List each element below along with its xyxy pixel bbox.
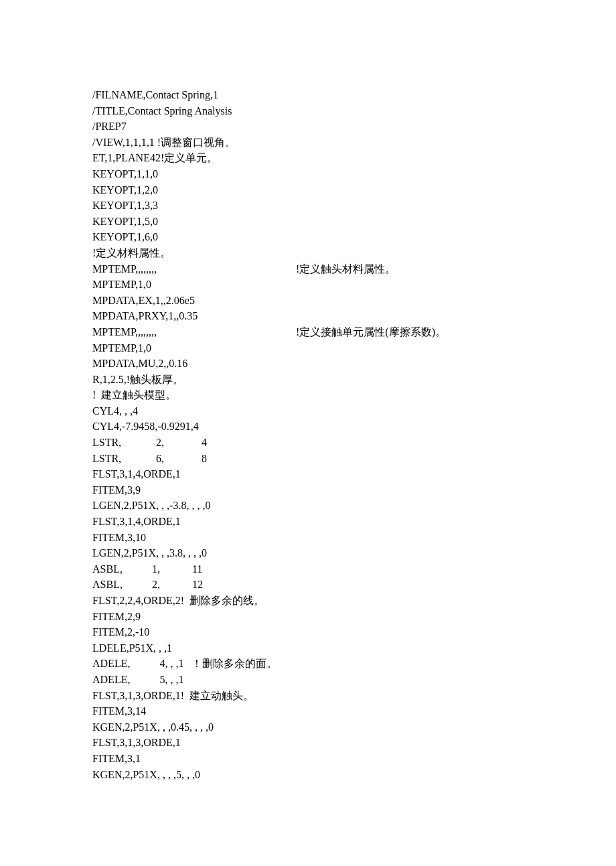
code-line: ASBL, 2, 12	[92, 577, 616, 593]
code-line: !定义材料属性。	[92, 245, 616, 261]
code-line: LSTR, 2, 4	[92, 435, 616, 451]
code-line: MPTEMP,1,0	[92, 340, 616, 356]
code-line: FLST,3,1,3,ORDE,1! 建立动触头。	[92, 688, 616, 704]
code-line: FITEM,3,9	[92, 482, 616, 498]
code-line: ASBL, 1, 11	[92, 561, 616, 577]
code-line: MPTEMP,,,,,,,, !定义接触单元属性(摩擦系数)。	[92, 324, 616, 340]
code-line: FITEM,3,1	[92, 751, 616, 767]
code-line: FITEM,2,-10	[92, 624, 616, 640]
code-line: LGEN,2,P51X, , ,-3.8, , , ,0	[92, 498, 616, 514]
code-line: FITEM,2,9	[92, 609, 616, 625]
code-line: FLST,3,1,3,ORDE,1	[92, 735, 616, 751]
code-line: LSTR, 6, 8	[92, 451, 616, 467]
code-line: KGEN,2,P51X, , , ,5, , ,0	[92, 767, 616, 783]
code-line: FLST,3,1,4,ORDE,1	[92, 466, 616, 482]
code-line: LGEN,2,P51X, , ,3.8, , , ,0	[92, 545, 616, 561]
code-line: /TITLE,Contact Spring Analysis	[92, 103, 616, 119]
code-line: MPTEMP,,,,,,,, !定义触头材料属性。	[92, 261, 616, 277]
code-listing: /FILNAME,Contact Spring,1/TITLE,Contact …	[92, 87, 616, 782]
code-line: KEYOPT,1,2,0	[92, 182, 616, 198]
code-line: CYL4, , ,4	[92, 403, 616, 419]
code-line: KEYOPT,1,5,0	[92, 214, 616, 230]
code-line: MPDATA,PRXY,1,,0.35	[92, 308, 616, 324]
code-line: KGEN,2,P51X, , ,0.45, , , ,0	[92, 719, 616, 735]
code-line: /FILNAME,Contact Spring,1	[92, 87, 616, 103]
code-line: /VIEW,1,1,1,1 !调整窗口视角。	[92, 135, 616, 151]
code-line: ADELE, 4, , ,1 ！删除多余的面。	[92, 656, 616, 672]
code-line: /PREP7	[92, 119, 616, 135]
code-line: ! 建立触头模型。	[92, 387, 616, 403]
code-line: LDELE,P51X, , ,1	[92, 640, 616, 656]
code-line: KEYOPT,1,6,0	[92, 229, 616, 245]
code-line: MPTEMP,1,0	[92, 277, 616, 293]
code-line: FLST,2,2,4,ORDE,2! 删除多余的线。	[92, 593, 616, 609]
page-body: /FILNAME,Contact Spring,1/TITLE,Contact …	[0, 0, 616, 866]
code-line: ET,1,PLANE42!定义单元。	[92, 150, 616, 166]
code-line: R,1,2.5,!触头板厚。	[92, 372, 616, 388]
code-line: MPDATA,EX,1,,2.06e5	[92, 293, 616, 309]
code-line: ADELE, 5, , ,1	[92, 672, 616, 688]
code-line: KEYOPT,1,1,0	[92, 166, 616, 182]
code-line: FITEM,3,10	[92, 530, 616, 546]
code-line: FLST,3,1,4,ORDE,1	[92, 514, 616, 530]
code-line: KEYOPT,1,3,3	[92, 198, 616, 214]
code-line: MPDATA,MU,2,,0.16	[92, 356, 616, 372]
code-line: FITEM,3,14	[92, 703, 616, 719]
code-line: CYL4,-7.9458,-0.9291,4	[92, 419, 616, 435]
